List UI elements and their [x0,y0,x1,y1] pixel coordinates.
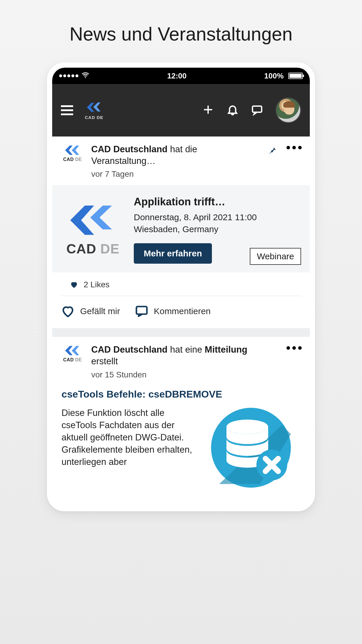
heart-filled-icon [70,280,78,289]
post-author-logo[interactable]: CAD DE [61,144,84,162]
svg-rect-3 [136,307,147,314]
post-meta: CAD Deutschland hat eine Mitteilung erst… [91,344,301,380]
app-logo[interactable]: CAD DE [85,101,103,120]
event-learn-more-button[interactable]: Mehr erfahren [134,243,212,264]
menu-icon[interactable] [61,105,73,115]
app-header: CAD DE [52,84,310,136]
post-actions: Gefällt mir Kommentieren [52,296,310,328]
post-text: Diese Funktion löscht alle cseTools Fach… [61,407,196,468]
event-tag-button[interactable]: Webinare [250,248,301,265]
database-remove-icon [201,407,301,489]
like-button[interactable]: Gefällt mir [61,304,120,318]
post-headline: CAD Deutschland hat eine Mitteilung erst… [91,344,263,367]
battery-icon [288,73,303,79]
post-author-logo-text: CAD DE [63,357,82,363]
svg-point-5 [226,420,268,434]
messages-icon[interactable] [251,104,263,117]
feed: CAD DE CAD Deutschland hat die Veranstal… [52,136,310,497]
post-more-icon[interactable] [287,146,302,149]
status-right: 100% [264,71,303,80]
post-author-name[interactable]: CAD Deutschland [91,344,168,355]
svg-rect-2 [252,106,262,112]
app-logo-text: CAD DE [85,115,103,120]
post-body: cseTools Befehle: cseDBREMOVE Diese Funk… [52,386,310,497]
event-title[interactable]: Applikation trifft… [134,196,301,208]
status-bar: 12:00 100% [52,68,310,84]
event-logo: CAD DE [61,194,125,264]
post-time: vor 15 Stunden [91,370,263,380]
bell-icon[interactable] [226,104,239,117]
heart-outline-icon [61,304,75,318]
phone-frame: 12:00 100% CAD DE [47,62,315,511]
comment-icon [135,304,149,318]
post-author-logo-text: CAD DE [63,157,82,162]
event-location: Wiesbaden, Germany [134,223,301,235]
post-time: vor 7 Tagen [91,169,263,179]
avatar[interactable] [275,97,301,123]
phone-screen: 12:00 100% CAD DE [52,68,310,506]
status-left [59,71,89,81]
signal-dots-icon [59,74,78,77]
post-title[interactable]: cseTools Befehle: cseDBREMOVE [61,388,301,400]
comment-label: Kommentieren [154,306,211,316]
add-icon[interactable] [202,104,214,117]
pin-icon [266,145,277,158]
like-label: Gefällt mir [80,306,120,316]
comment-button[interactable]: Kommentieren [135,304,211,318]
likes-row[interactable]: 2 Likes [61,272,301,296]
post-author-logo[interactable]: CAD DE [61,344,84,363]
event-date: Donnerstag, 8. April 2021 11:00 [134,211,301,223]
battery-percentage: 100% [264,71,284,80]
wifi-icon [81,71,89,81]
post-headline: CAD Deutschland hat die Veranstaltung… [91,144,263,167]
event-card: CAD DE Applikation trifft… Donnerstag, 8… [52,185,310,272]
post-header: CAD DE CAD Deutschland hat eine Mitteilu… [52,337,310,386]
page-heading: News und Veranstaltungen [0,0,362,62]
feed-post: CAD DE CAD Deutschland hat eine Mitteilu… [52,337,310,497]
feed-post: CAD DE CAD Deutschland hat die Veranstal… [52,136,310,328]
status-time: 12:00 [167,71,187,80]
event-logo-text: CAD DE [66,241,120,257]
post-more-icon[interactable] [287,346,302,350]
post-author-name[interactable]: CAD Deutschland [91,144,168,154]
likes-count-label: 2 Likes [84,280,110,289]
post-header: CAD DE CAD Deutschland hat die Veranstal… [52,136,310,185]
